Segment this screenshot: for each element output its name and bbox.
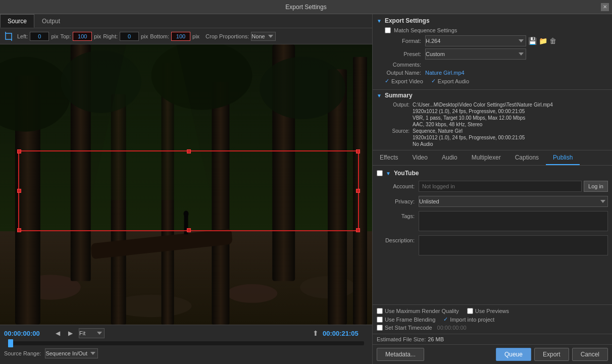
start-timecode-option: Set Start Timecode 00:00:00:00: [377, 325, 467, 331]
youtube-toggle[interactable]: ▼: [386, 171, 391, 176]
summary-output-detail1: 1920x1012 (1.0), 24 fps, Progressive, 00…: [385, 109, 608, 114]
export-settings-section: ▼ Export Settings Match Sequence Setting…: [373, 14, 612, 90]
summary-source-label: Source:: [385, 128, 413, 134]
match-sequence-row: Match Sequence Settings: [377, 27, 608, 33]
frame-blending-label: Use Frame Blending: [385, 317, 435, 323]
comments-row: Comments:: [377, 62, 608, 68]
summary-source-detail2: 1920x1012 (1.0), 24 fps, Progressive, 00…: [385, 135, 608, 140]
left-pix: pix: [51, 33, 58, 39]
use-previews-label: Use Previews: [475, 308, 509, 314]
login-button[interactable]: Log in: [584, 181, 608, 192]
bottom-options: Use Maximum Render Quality Use Previews …: [373, 304, 612, 334]
start-timecode-checkbox[interactable]: [377, 325, 383, 331]
tags-textarea[interactable]: [419, 211, 608, 231]
format-folder-icon[interactable]: 📁: [539, 37, 547, 45]
main-container: Source Output Left: pix Top: pix Right: …: [0, 14, 612, 364]
next-frame-button[interactable]: ▶: [66, 329, 75, 338]
summary-toggle[interactable]: ▼: [377, 93, 382, 98]
use-previews-checkbox[interactable]: [467, 308, 473, 314]
forest-overlay: [0, 44, 372, 325]
account-label: Account:: [381, 183, 419, 189]
export-audio-item: ✓ Export Audio: [431, 78, 469, 84]
import-icon[interactable]: ⬆: [313, 329, 319, 337]
summary-source-row: Source: Sequence, Nature Girl: [385, 128, 608, 134]
format-select[interactable]: H.264 H.265 ProRes: [425, 35, 526, 46]
crop-right-input[interactable]: [120, 32, 139, 41]
proportions-select[interactable]: None: [251, 32, 276, 41]
youtube-header: ▼ YouTube: [377, 170, 608, 177]
options-row-3: Set Start Timecode 00:00:00:00: [377, 325, 608, 331]
summary-title: Summary: [385, 92, 413, 99]
use-previews-option: Use Previews: [467, 308, 509, 314]
export-button[interactable]: Export: [534, 348, 569, 361]
comments-label: Comments:: [385, 62, 425, 68]
format-delete-icon[interactable]: 🗑: [549, 37, 556, 45]
tab-effects[interactable]: Effects: [373, 150, 405, 165]
timeline-playhead[interactable]: [8, 339, 13, 347]
svg-rect-0: [6, 33, 12, 39]
description-row: Description:: [377, 235, 608, 255]
dialog-title: Export Settings: [285, 4, 326, 11]
svg-point-7: [227, 284, 277, 303]
frame-blending-option: Use Frame Blending: [377, 317, 435, 323]
tags-label: Tags:: [381, 211, 419, 219]
start-timecode-value: 00:00:00:00: [437, 325, 467, 331]
frame-blending-checkbox[interactable]: [377, 317, 383, 323]
queue-button[interactable]: Queue: [496, 348, 531, 361]
crop-bar: Left: pix Top: pix Right: pix Bottom: pi…: [0, 28, 372, 44]
svg-point-23: [260, 57, 345, 119]
timeline-scrubber[interactable]: [8, 341, 364, 345]
description-textarea[interactable]: [419, 235, 608, 255]
proportions-label: Crop Proportions:: [206, 33, 249, 39]
filesize-value: 26 MB: [428, 336, 444, 342]
tab-captions[interactable]: Captions: [508, 150, 546, 165]
tab-audio[interactable]: Audio: [435, 150, 465, 165]
right-label: Right:: [103, 33, 118, 39]
tab-video[interactable]: Video: [405, 150, 434, 165]
timecode-start: 00:00:00:00: [4, 330, 49, 337]
fit-select[interactable]: Fit 25% 50% 100%: [79, 328, 105, 338]
privacy-row: Privacy: Unlisted Public Private: [377, 196, 608, 207]
bottom-label: Bottom:: [150, 33, 169, 39]
start-timecode-label: Set Start Timecode: [385, 325, 432, 331]
summary-section: ▼ Summary Output: C:\User...M\Desktop\Vi…: [373, 90, 612, 150]
format-row: Format: H.264 H.265 ProRes 💾 📁 🗑: [377, 35, 608, 46]
output-name-link[interactable]: Nature Girl.mp4: [425, 70, 465, 76]
svg-rect-18: [184, 216, 188, 234]
account-input[interactable]: [419, 181, 582, 192]
timecode-end: 00:00:21:05: [323, 330, 368, 337]
timeline-right: ⬆ 00:00:21:05: [313, 329, 368, 337]
export-settings-toggle[interactable]: ▼: [377, 18, 382, 24]
export-settings-header: ▼ Export Settings: [377, 17, 608, 24]
tab-output[interactable]: Output: [34, 14, 68, 28]
tab-multiplexer[interactable]: Multiplexer: [465, 150, 508, 165]
crop-bottom-input[interactable]: [171, 32, 190, 41]
summary-content: Output: C:\User...M\Desktop\Video Color …: [377, 102, 608, 147]
max-render-label: Use Maximum Render Quality: [385, 308, 459, 314]
close-button[interactable]: ✕: [601, 3, 609, 11]
preset-select[interactable]: Custom Match Source High Bitrate: [425, 48, 526, 60]
crop-left-input[interactable]: [30, 32, 49, 41]
privacy-select[interactable]: Unlisted Public Private: [419, 196, 608, 207]
cancel-button[interactable]: Cancel: [572, 348, 608, 361]
summary-output-label: Output:: [385, 102, 413, 108]
summary-output-detail2: VBR, 1 pass, Target 10.00 Mbps, Max 12.0…: [385, 115, 608, 121]
export-video-label: Export Video: [391, 78, 423, 84]
max-render-checkbox[interactable]: [377, 308, 383, 314]
prev-frame-button[interactable]: ◀: [54, 329, 62, 338]
tags-row: Tags:: [377, 211, 608, 231]
video-frame: [0, 44, 372, 325]
title-bar: Export Settings ✕: [0, 0, 612, 14]
left-label: Left:: [17, 33, 28, 39]
match-sequence-checkbox[interactable]: [385, 27, 391, 33]
youtube-checkbox[interactable]: [377, 170, 383, 176]
tab-publish[interactable]: Publish: [546, 150, 580, 165]
tab-source[interactable]: Source: [0, 14, 34, 28]
crop-top-input[interactable]: [73, 32, 92, 41]
format-save-icon[interactable]: 💾: [528, 37, 537, 45]
source-range-select[interactable]: Sequence In/Out Entire Sequence Work Are…: [45, 348, 98, 358]
summary-output-detail3: AAC, 320 kbps, 48 kHz, Stereo: [385, 122, 608, 127]
metadata-button[interactable]: Metadata...: [377, 348, 424, 361]
output-name-row: Output Name: Nature Girl.mp4: [377, 70, 608, 76]
export-video-item: ✓ Export Video: [385, 78, 423, 84]
